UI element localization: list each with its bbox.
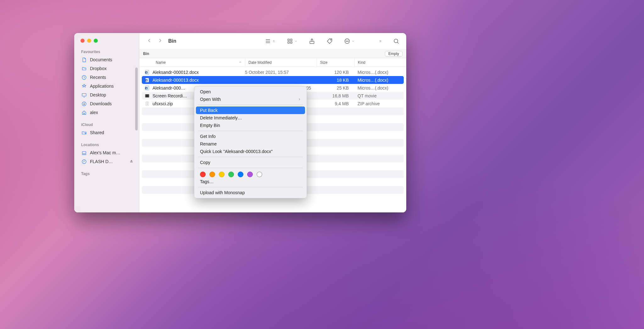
minimize-window-button[interactable]	[87, 39, 91, 43]
sidebar-item-applications[interactable]: Applications	[74, 82, 139, 90]
menu-item-get-info[interactable]: Get Info	[194, 133, 307, 140]
sidebar-item-shared[interactable]: Shared	[74, 128, 139, 137]
sidebar-item-label: Downloads	[90, 101, 112, 106]
column-header-modified-label: Date Modified	[248, 60, 272, 65]
search-button[interactable]	[391, 37, 402, 46]
file-row[interactable]: W Aleksandr-000012.docx 5 October 2021, …	[142, 68, 404, 76]
sidebar-section-tags: Tags	[74, 169, 139, 180]
dropbox-icon	[81, 66, 87, 71]
view-mode-button[interactable]	[262, 37, 278, 46]
share-button[interactable]	[306, 37, 318, 46]
menu-item-rename[interactable]: Rename	[194, 140, 307, 148]
back-button[interactable]	[145, 37, 154, 46]
column-header-name[interactable]: Name	[139, 60, 245, 65]
menu-item-open-with[interactable]: Open With	[194, 96, 307, 103]
svg-point-17	[394, 39, 398, 43]
sidebar-item-mac[interactable]: Alex's Mac m…	[74, 148, 139, 157]
svg-rect-29	[148, 94, 149, 97]
menu-separator	[198, 131, 303, 131]
menu-item-upload-monosnap[interactable]: Upload with Monosnap	[194, 189, 307, 196]
action-menu-button[interactable]	[341, 37, 357, 46]
column-header-size[interactable]: Size	[317, 58, 354, 67]
menu-item-open[interactable]: Open	[194, 88, 307, 96]
context-menu: Open Open With Put Back Delete Immediate…	[194, 86, 307, 198]
tag-dot-none[interactable]	[257, 172, 262, 177]
sidebar-item-flash-drive[interactable]: FLASH D…	[74, 157, 139, 166]
sidebar: Favourites Documents Dropbox Recents	[74, 33, 139, 212]
file-name: Aleksandr-000012.docx	[153, 70, 199, 75]
file-kind: Micros…(.docx)	[354, 78, 402, 83]
menu-item-tags[interactable]: Tags…	[194, 178, 307, 185]
sidebar-item-recents[interactable]: Recents	[74, 73, 139, 82]
tag-color-row	[194, 170, 307, 178]
tag-dot-purple[interactable]	[247, 172, 253, 177]
shared-folder-icon	[81, 130, 87, 135]
tag-dot-green[interactable]	[228, 172, 234, 177]
file-size: 16,8 MB	[317, 93, 354, 98]
menu-separator	[198, 157, 303, 157]
sidebar-item-home[interactable]: alex	[74, 108, 139, 117]
file-modified: 5 October 2021, 15:57	[245, 70, 317, 75]
column-header-kind[interactable]: Kind	[354, 58, 406, 67]
sidebar-item-label: Applications	[90, 84, 114, 89]
file-row-selected[interactable]: W Aleksandr-000013.docx 18 KB Micros…(.d…	[142, 76, 404, 84]
chevron-updown-icon	[272, 38, 275, 44]
sidebar-item-label: Alex's Mac m…	[90, 150, 120, 155]
menu-item-delete-immediately[interactable]: Delete Immediately…	[194, 114, 307, 122]
menu-item-quick-look[interactable]: Quick Look "Aleksandr-000013.docx"	[194, 148, 307, 155]
empty-bin-button[interactable]: Empty	[385, 51, 402, 57]
chevron-down-icon	[294, 38, 297, 44]
path-location: Bin	[143, 52, 149, 56]
svg-rect-4	[82, 151, 86, 154]
menu-separator	[198, 105, 303, 105]
column-header-kind-label: Kind	[358, 60, 365, 65]
menu-item-put-back[interactable]: Put Back	[196, 107, 305, 114]
sidebar-item-documents[interactable]: Documents	[74, 55, 139, 64]
group-by-button[interactable]	[284, 37, 300, 46]
menu-item-copy[interactable]: Copy	[194, 159, 307, 166]
word-icon: W	[144, 69, 150, 75]
tag-dot-orange[interactable]	[209, 172, 215, 177]
sidebar-item-label: Dropbox	[90, 66, 107, 71]
zoom-window-button[interactable]	[94, 39, 98, 43]
chevron-down-icon	[352, 38, 355, 44]
sidebar-item-label: FLASH D…	[90, 159, 113, 164]
window-controls	[74, 39, 139, 47]
sidebar-item-downloads[interactable]: Downloads	[74, 99, 139, 108]
document-icon	[81, 57, 87, 63]
svg-point-16	[348, 41, 349, 41]
sort-ascending-icon	[239, 60, 242, 65]
sidebar-item-label: alex	[90, 110, 98, 115]
sidebar-item-dropbox[interactable]: Dropbox	[74, 64, 139, 73]
tags-button[interactable]	[324, 37, 335, 46]
apps-icon	[81, 83, 87, 89]
download-icon	[81, 101, 87, 107]
sidebar-heading-favourites: Favourites	[74, 49, 139, 55]
svg-point-31	[147, 104, 147, 105]
chevron-right-icon	[298, 97, 301, 102]
svg-rect-10	[291, 41, 292, 43]
column-headers: Name Date Modified Size Kind	[139, 58, 406, 67]
file-name: Aleksandr-000013.docx	[153, 78, 199, 83]
sidebar-item-desktop[interactable]: Desktop	[74, 90, 139, 99]
tag-dot-yellow[interactable]	[219, 172, 225, 177]
column-header-modified[interactable]: Date Modified	[245, 58, 317, 67]
video-icon	[144, 93, 150, 99]
menu-item-empty-bin[interactable]: Empty Bin	[194, 122, 307, 129]
sidebar-scrollbar[interactable]	[135, 68, 138, 130]
file-size: 9,4 MB	[317, 101, 354, 106]
tag-dot-blue[interactable]	[238, 172, 243, 177]
svg-rect-9	[288, 41, 289, 43]
sidebar-item-label: Desktop	[90, 92, 106, 97]
forward-button[interactable]	[156, 37, 164, 46]
chevron-right-double-icon	[379, 38, 382, 44]
svg-rect-8	[291, 39, 292, 41]
close-window-button[interactable]	[80, 39, 85, 43]
sidebar-item-label: Recents	[90, 75, 106, 80]
file-kind: Micros…(.docx)	[354, 70, 402, 75]
tag-dot-red[interactable]	[200, 172, 206, 177]
desktop-icon	[81, 92, 87, 98]
timemachine-icon	[81, 159, 87, 164]
eject-icon[interactable]	[130, 159, 133, 164]
toolbar-overflow-button[interactable]	[376, 37, 384, 45]
